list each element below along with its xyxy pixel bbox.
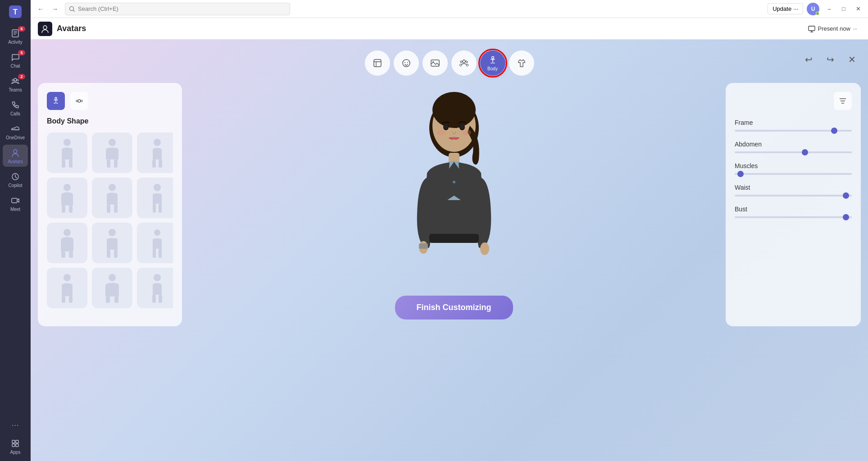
preset-icon — [373, 58, 382, 68]
svg-rect-46 — [62, 205, 65, 213]
body-option[interactable] — [92, 132, 132, 173]
svg-rect-64 — [62, 296, 65, 303]
body-option[interactable] — [137, 132, 173, 173]
body-option[interactable] — [47, 223, 87, 263]
svg-rect-47 — [69, 205, 73, 213]
svg-rect-12 — [12, 440, 15, 443]
svg-point-60 — [154, 229, 160, 236]
back-button[interactable]: ← — [34, 3, 47, 15]
onedrive-icon — [10, 123, 21, 134]
svg-point-28 — [463, 60, 465, 63]
tool-outfit-button[interactable] — [509, 50, 534, 76]
body-option[interactable] — [92, 268, 132, 308]
sidebar-item-chat[interactable]: 5 Chat — [3, 49, 28, 71]
present-now-label: Present now — [818, 25, 850, 32]
update-button[interactable]: Update ··· — [768, 3, 803, 14]
search-bar[interactable] — [65, 3, 290, 15]
online-status — [816, 12, 819, 15]
svg-point-85 — [453, 181, 455, 183]
svg-rect-14 — [12, 444, 15, 447]
sidebar-item-meet[interactable]: Meet — [3, 192, 28, 215]
frame-track — [735, 130, 852, 132]
svg-rect-37 — [62, 160, 65, 168]
abdomen-thumb[interactable] — [802, 149, 808, 155]
finish-customizing-button[interactable]: Finish Customizing — [395, 296, 513, 320]
redo-button[interactable]: ↪ — [821, 50, 839, 68]
sidebar-item-more[interactable]: ··· — [3, 417, 28, 434]
svg-point-31 — [491, 56, 494, 59]
body-option[interactable] — [137, 223, 173, 263]
svg-line-17 — [73, 10, 75, 11]
accessories-tab[interactable] — [70, 92, 88, 110]
close-button[interactable]: ✕ — [852, 3, 864, 15]
forward-button[interactable]: → — [49, 3, 61, 15]
sidebar-item-copilot[interactable]: Copilot — [3, 169, 28, 191]
background-icon — [430, 58, 440, 68]
more-icon: ··· — [10, 420, 21, 431]
sidebar-item-apps[interactable]: Apps — [3, 435, 28, 457]
sidebar-item-activity[interactable]: 6 Activity — [3, 25, 28, 47]
user-avatar[interactable]: U — [807, 3, 819, 15]
body-option[interactable] — [92, 178, 132, 218]
svg-point-32 — [55, 97, 57, 99]
frame-thumb[interactable] — [831, 128, 837, 134]
abdomen-label: Abdomen — [735, 141, 852, 148]
left-panel: Body Shape — [38, 83, 182, 326]
tool-body-wrapper: Body — [480, 50, 505, 76]
body-option[interactable] — [137, 268, 173, 308]
waist-track — [735, 195, 852, 196]
present-now-button[interactable]: Present now ··· — [804, 23, 861, 34]
close-editor-button[interactable]: ✕ — [843, 50, 861, 68]
svg-rect-50 — [114, 205, 118, 213]
body-option[interactable] — [47, 132, 87, 173]
tool-preset-button[interactable] — [365, 50, 390, 76]
bust-track — [735, 216, 852, 218]
body-option[interactable] — [137, 178, 173, 218]
sidebar: T 6 Activity 5 Chat 2 — [0, 0, 31, 461]
editor-content: Body Shape — [31, 76, 868, 461]
svg-rect-11 — [12, 198, 17, 203]
svg-rect-52 — [153, 204, 156, 213]
sidebar-item-teams[interactable]: 2 Teams — [3, 73, 28, 95]
search-icon — [69, 6, 75, 12]
tool-group-button[interactable] — [451, 50, 477, 76]
muscles-thumb[interactable] — [737, 171, 744, 177]
search-input[interactable] — [78, 5, 286, 12]
tool-face-button[interactable] — [394, 50, 419, 76]
sidebar-item-onedrive[interactable]: OneDrive — [3, 121, 28, 143]
svg-rect-22 — [374, 59, 381, 67]
waist-thumb[interactable] — [843, 192, 849, 199]
meet-icon — [10, 195, 21, 206]
svg-point-57 — [109, 229, 116, 236]
sidebar-item-label: OneDrive — [6, 135, 25, 140]
tool-background-button[interactable] — [423, 50, 448, 76]
frame-slider-section: Frame — [735, 119, 852, 132]
editor-toolbar: Body — [365, 50, 534, 76]
teams-badge: 2 — [18, 74, 25, 79]
frame-label: Frame — [735, 119, 852, 126]
filter-button[interactable] — [834, 92, 852, 110]
body-option[interactable] — [47, 178, 87, 218]
body-option[interactable] — [92, 223, 132, 263]
bust-thumb[interactable] — [843, 214, 849, 220]
sidebar-item-label: Chat — [10, 64, 20, 68]
body-option[interactable] — [47, 268, 87, 308]
svg-rect-76 — [419, 243, 428, 249]
svg-rect-61 — [153, 249, 156, 258]
minimize-button[interactable]: – — [823, 3, 836, 15]
svg-point-18 — [43, 26, 47, 29]
svg-rect-15 — [16, 444, 18, 447]
body-shape-icon — [51, 96, 60, 105]
window-controls: – □ ✕ — [823, 3, 864, 15]
muscles-label: Muscles — [735, 162, 852, 169]
svg-point-51 — [154, 184, 161, 191]
undo-button[interactable]: ↩ — [800, 50, 818, 68]
maximize-button[interactable]: □ — [837, 3, 850, 15]
tool-body-button[interactable]: Body — [480, 50, 505, 76]
sidebar-item-avatars[interactable]: Avatars — [3, 145, 28, 167]
body-shape-tab[interactable] — [47, 92, 65, 110]
sidebar-item-calls[interactable]: Calls — [3, 97, 28, 119]
titlebar-right: Update ··· U – □ ✕ — [768, 3, 864, 15]
svg-rect-13 — [16, 440, 18, 443]
sidebar-item-label: Copilot — [8, 183, 22, 188]
